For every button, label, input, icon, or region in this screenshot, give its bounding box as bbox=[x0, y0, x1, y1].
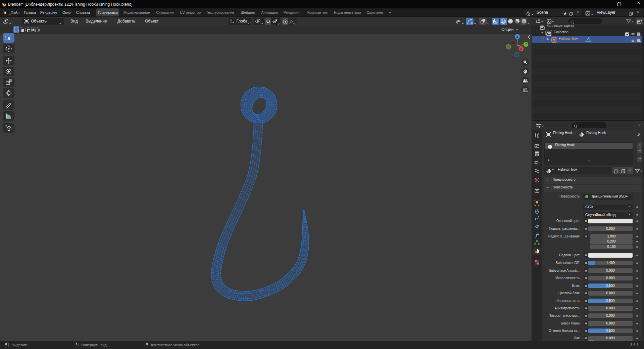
svg-text:Y: Y bbox=[525, 42, 527, 46]
svg-text:X: X bbox=[520, 47, 523, 50]
svg-text:Z: Z bbox=[516, 35, 518, 38]
